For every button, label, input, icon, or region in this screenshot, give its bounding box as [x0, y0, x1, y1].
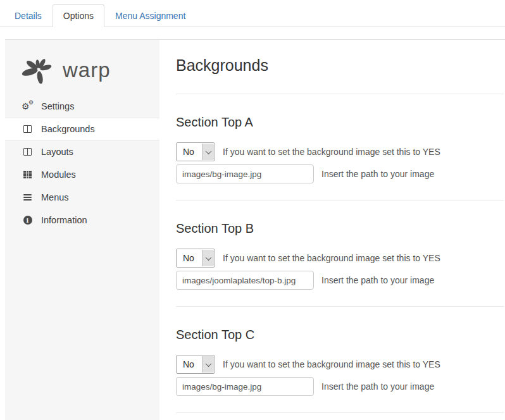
section-top-b: Section Top B No If you want to set the … [176, 221, 504, 290]
background-toggle-select[interactable]: No [176, 355, 215, 374]
columns-icon [22, 125, 33, 133]
section-title: Section Top C [176, 327, 504, 342]
image-path-input[interactable] [176, 377, 314, 396]
divider [176, 306, 504, 307]
tab-options[interactable]: Options [53, 4, 104, 27]
section-top-c: Section Top C No If you want to set the … [176, 327, 504, 396]
section-title: Section Top B [176, 221, 504, 236]
sidebar-item-label: Backgrounds [41, 124, 95, 134]
sidebar-item-settings[interactable]: ⚙ ⚙ Settings [5, 95, 159, 118]
tab-details[interactable]: Details [4, 4, 53, 27]
divider [176, 94, 504, 94]
chevron-down-icon [202, 356, 214, 373]
select-value: No [177, 253, 194, 263]
input-help-text: Insert the path to your image [321, 381, 434, 392]
input-help-text: Insert the path to your image [321, 275, 434, 285]
background-toggle-select[interactable]: No [176, 142, 215, 161]
select-value: No [177, 147, 194, 157]
background-toggle-row: No If you want to set the background ima… [176, 355, 504, 374]
input-help-text: Insert the path to your image [321, 169, 434, 179]
sidebar-item-label: Menus [41, 192, 69, 202]
image-path-row: Insert the path to your image [176, 271, 504, 290]
page-title: Backgrounds [176, 56, 504, 75]
menu-lines-icon [22, 194, 33, 201]
section-title: Section Top A [176, 114, 504, 130]
sidebar-item-backgrounds[interactable]: Backgrounds [5, 118, 159, 140]
warp-logo: warp [5, 40, 159, 86]
sidebar-item-label: Settings [41, 101, 74, 111]
background-toggle-select[interactable]: No [176, 249, 215, 268]
sidebar-nav: ⚙ ⚙ Settings Backgrounds Layouts [5, 95, 159, 232]
sidebar-item-label: Layouts [41, 147, 73, 157]
sidebar-item-information[interactable]: i Information [5, 209, 159, 232]
select-help-text: If you want to set the background image … [223, 147, 440, 157]
sidebar-item-layouts[interactable]: Layouts [5, 140, 159, 163]
image-path-input[interactable] [176, 164, 314, 183]
section-top-a: Section Top A No If you want to set the … [176, 114, 504, 183]
select-value: No [177, 359, 194, 369]
tab-menu-assignment[interactable]: Menu Assignment [104, 4, 196, 27]
sidebar-item-label: Modules [41, 170, 76, 180]
cogs-icon: ⚙ ⚙ [22, 101, 33, 111]
select-help-text: If you want to set the background image … [223, 253, 440, 263]
sidebar-item-menus[interactable]: Menus [5, 186, 159, 209]
grid-icon [22, 171, 33, 178]
select-help-text: If you want to set the background image … [223, 359, 440, 369]
divider [176, 200, 504, 201]
image-path-input[interactable] [176, 271, 314, 290]
divider [176, 412, 504, 413]
background-toggle-row: No If you want to set the background ima… [176, 249, 504, 268]
sidebar: warp ⚙ ⚙ Settings Backgrounds [5, 40, 159, 420]
image-path-row: Insert the path to your image [176, 164, 504, 183]
image-path-row: Insert the path to your image [176, 377, 504, 396]
chevron-down-icon [202, 250, 214, 266]
chevron-down-icon [202, 144, 214, 160]
warp-leaf-icon [22, 54, 56, 86]
sidebar-item-modules[interactable]: Modules [5, 163, 159, 186]
options-panel: warp ⚙ ⚙ Settings Backgrounds [5, 39, 505, 420]
background-toggle-row: No If you want to set the background ima… [176, 142, 504, 161]
tab-bar: Details Options Menu Assignment [0, 0, 505, 27]
sidebar-item-label: Information [41, 215, 87, 225]
info-circle-icon: i [22, 216, 33, 225]
columns-icon [22, 148, 33, 156]
main-content: Backgrounds Section Top A No If you want… [159, 40, 505, 420]
logo-text: warp [63, 58, 111, 82]
